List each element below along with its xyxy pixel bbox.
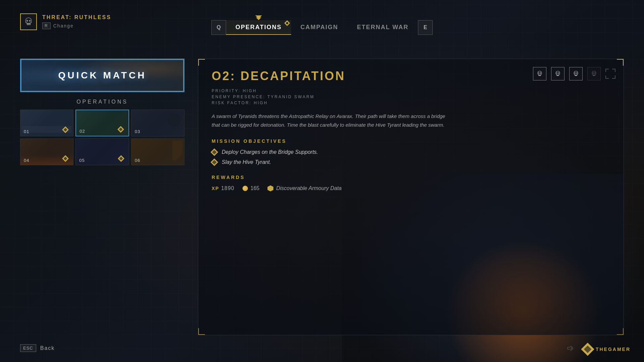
svg-marker-30 bbox=[568, 346, 571, 351]
svg-rect-4 bbox=[28, 23, 29, 25]
objectives-title: MISSION OBJECTIVES bbox=[212, 138, 610, 144]
objective-1: Deploy Charges on the Bridge Supports. bbox=[212, 149, 610, 155]
mission-meta: PRIORITY: HIGH ENEMY PRESENCE: TYRANID S… bbox=[212, 88, 610, 105]
mission-description: A swarm of Tyranids threatens the Astrop… bbox=[212, 112, 446, 129]
objectives-list: Deploy Charges on the Bridge Supports. S… bbox=[212, 149, 610, 165]
rewards-row: XP 1890 165 Discoverable Armoury Data bbox=[212, 185, 610, 191]
op-05-label: 05 bbox=[79, 158, 85, 163]
armoury-reward: Discoverable Armoury Data bbox=[267, 185, 341, 191]
operation-04[interactable]: 04 bbox=[20, 138, 73, 165]
operation-06[interactable]: 06 bbox=[131, 138, 184, 165]
op-03-label: 03 bbox=[135, 129, 140, 134]
brand-name: THEGAMER bbox=[596, 347, 631, 352]
back-button[interactable]: ESC Back bbox=[20, 344, 55, 352]
volume-icon[interactable] bbox=[567, 345, 574, 353]
operation-05[interactable]: 05 bbox=[75, 138, 129, 165]
left-panel: QUICK MATCH OPERATIONS 01 bbox=[20, 59, 184, 165]
mission-title: O2: DECAPITATION bbox=[212, 69, 610, 83]
op-01-label: 01 bbox=[24, 129, 29, 134]
operations-section: OPERATIONS 01 bbox=[20, 99, 184, 165]
op-05-diamond bbox=[119, 156, 125, 163]
svg-point-2 bbox=[29, 20, 31, 22]
e-key-button[interactable]: E bbox=[418, 20, 433, 35]
svg-rect-3 bbox=[27, 23, 28, 25]
xp-label: XP bbox=[212, 186, 219, 191]
threat-panel: THREAT: RUTHLESS R Change bbox=[20, 13, 111, 30]
tab-operations[interactable]: Operations bbox=[226, 20, 291, 35]
op-06-label: 06 bbox=[135, 158, 140, 163]
objective-1-icon bbox=[211, 148, 218, 156]
operation-03[interactable]: 03 bbox=[131, 110, 184, 136]
op-03-diamond bbox=[174, 127, 181, 134]
enemy-row: ENEMY PRESENCE: TYRANID SWARM bbox=[212, 95, 610, 99]
threat-level-label: THREAT: RUTHLESS bbox=[42, 14, 111, 20]
rewards-title: REWARDS bbox=[212, 175, 610, 180]
op-04-diamond bbox=[63, 156, 70, 163]
objective-2-icon bbox=[211, 159, 218, 166]
op-02-diamond bbox=[118, 127, 125, 134]
r-key-badge: R bbox=[42, 22, 51, 29]
q-key-button[interactable]: Q bbox=[211, 20, 226, 35]
operations-grid: 01 02 bbox=[20, 110, 184, 165]
brand-diamond-icon bbox=[581, 343, 594, 356]
currency-icon bbox=[243, 186, 248, 191]
op-01-diamond bbox=[63, 127, 70, 134]
operation-01[interactable]: 01 bbox=[20, 110, 73, 136]
tab-eternal-war[interactable]: Eternal War bbox=[347, 20, 418, 35]
op-02-label: 02 bbox=[79, 129, 85, 134]
brand-logo: THEGAMER bbox=[583, 345, 631, 354]
operation-02[interactable]: 02 bbox=[75, 110, 129, 136]
top-navigation: Q Operations Campaign Eternal War E bbox=[211, 10, 433, 35]
risk-row: RISK FACTOR: HIGH bbox=[212, 101, 610, 105]
armoury-icon bbox=[267, 185, 273, 191]
threat-skull-icon bbox=[20, 13, 37, 30]
mission-detail-panel: O2: DECAPITATION PRIORITY: HIGH ENEMY PR… bbox=[198, 59, 624, 335]
svg-rect-5 bbox=[30, 23, 31, 25]
quick-match-button[interactable]: QUICK MATCH bbox=[20, 59, 184, 92]
tab-campaign[interactable]: Campaign bbox=[291, 20, 348, 35]
esc-key-badge: ESC bbox=[20, 344, 36, 352]
currency-reward: 165 bbox=[243, 185, 260, 191]
quick-match-label: QUICK MATCH bbox=[58, 70, 146, 81]
back-label: Back bbox=[40, 345, 55, 351]
threat-change-row[interactable]: R Change bbox=[42, 22, 111, 29]
op-04-label: 04 bbox=[24, 158, 29, 163]
xp-reward: XP 1890 bbox=[212, 185, 234, 191]
priority-row: PRIORITY: HIGH bbox=[212, 88, 610, 93]
threat-info: THREAT: RUTHLESS R Change bbox=[42, 14, 111, 29]
operations-section-title: OPERATIONS bbox=[20, 99, 184, 105]
objective-2: Slay the Hive Tyrant. bbox=[212, 159, 610, 165]
svg-point-1 bbox=[26, 20, 28, 22]
